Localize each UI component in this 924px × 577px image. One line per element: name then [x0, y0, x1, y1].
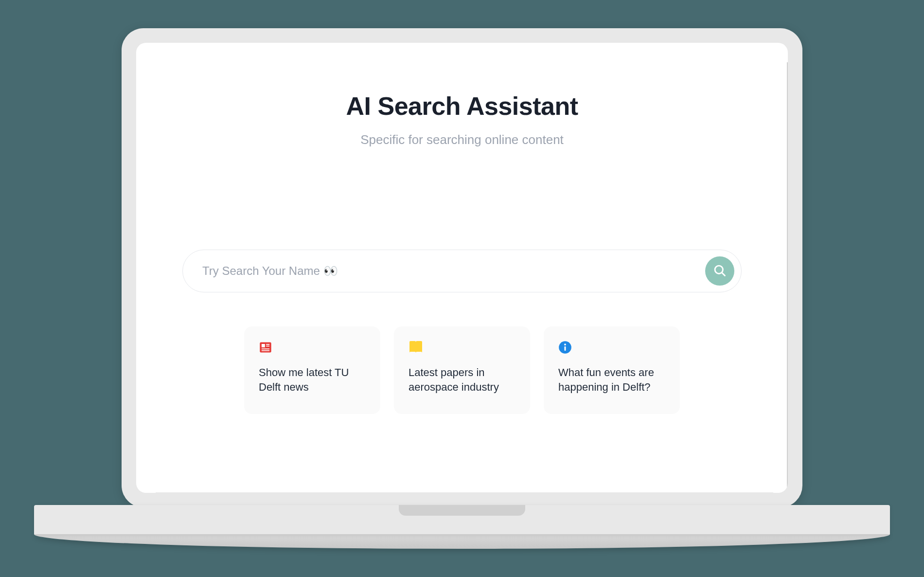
app-content: AI Search Assistant Specific for searchi… — [136, 43, 788, 493]
svg-rect-3 — [262, 344, 265, 347]
svg-line-1 — [722, 272, 725, 275]
laptop-screen-bezel: AI Search Assistant Specific for searchi… — [122, 28, 802, 507]
info-icon — [558, 340, 665, 355]
laptop-base — [34, 505, 890, 549]
search-bar[interactable] — [182, 250, 742, 292]
newspaper-icon — [259, 340, 366, 355]
suggestion-card-label: Show me latest TU Delft news — [259, 365, 366, 394]
page-title: AI Search Assistant — [346, 91, 578, 121]
suggestion-card-label: What fun events are happening in Delft? — [558, 365, 665, 394]
svg-rect-10 — [564, 346, 566, 351]
search-input[interactable] — [202, 264, 705, 278]
svg-point-9 — [564, 343, 566, 345]
scrollbar[interactable] — [787, 62, 788, 493]
page-subtitle: Specific for searching online content — [360, 132, 564, 147]
laptop-base-edge — [34, 534, 890, 549]
book-icon — [409, 340, 515, 355]
svg-rect-5 — [266, 346, 269, 347]
svg-rect-4 — [266, 344, 269, 345]
suggestion-cards: Show me latest TU Delft news Latest pape… — [244, 326, 680, 414]
suggestion-card-papers[interactable]: Latest papers in aerospace industry — [394, 326, 530, 414]
svg-rect-6 — [262, 348, 269, 349]
laptop-notch — [399, 505, 525, 516]
laptop-screen: AI Search Assistant Specific for searchi… — [136, 43, 788, 493]
search-icon — [713, 264, 727, 279]
laptop-mockup: AI Search Assistant Specific for searchi… — [34, 28, 890, 549]
divider — [156, 492, 773, 493]
svg-rect-7 — [262, 350, 269, 351]
suggestion-card-label: Latest papers in aerospace industry — [409, 365, 515, 394]
suggestion-card-news[interactable]: Show me latest TU Delft news — [244, 326, 380, 414]
search-button[interactable] — [705, 256, 734, 286]
suggestion-card-events[interactable]: What fun events are happening in Delft? — [544, 326, 680, 414]
laptop-base-deck — [34, 505, 890, 534]
